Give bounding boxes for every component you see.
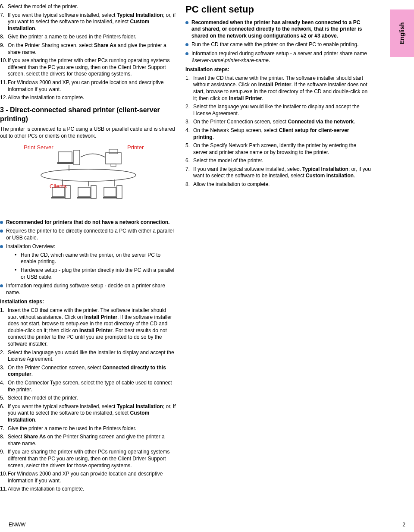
list-number: 4. (0, 380, 8, 393)
list-item: 8.Allow the installation to complete. (185, 181, 371, 188)
list-text: Select the model of the printer. (8, 3, 177, 10)
list-number: 7. (0, 425, 8, 432)
footer-left: ENWW (9, 522, 25, 529)
svg-rect-19 (117, 186, 122, 198)
list-number: 5. (185, 142, 193, 156)
list-item: 7.If you want the typical software insta… (185, 166, 371, 179)
list-text: Give the printer a name to be used in th… (8, 425, 177, 432)
section-3-bullets: Recommended for printers that do not hav… (0, 219, 177, 296)
bullet-item: Installation Overview:Run the CD, which … (0, 243, 177, 280)
list-number: 1. (0, 307, 8, 348)
bullet-text: Requires the printer to be directly conn… (6, 228, 174, 241)
bullet-item: Information required during software set… (185, 50, 371, 64)
left-column: 6.Select the model of the printer.7.If y… (0, 3, 185, 494)
svg-rect-14 (77, 197, 91, 198)
list-text: Select the model of the printer. (193, 157, 371, 164)
bullet-text: Recommended for printers that do not hav… (6, 219, 169, 225)
list-number: 2. (0, 349, 8, 363)
diagram-label-print-server: Print Server (24, 144, 53, 151)
list-item: 11.Allow the installation to complete. (0, 486, 177, 493)
list-item: 10.If you are sharing the printer with o… (0, 57, 177, 78)
list-text: For Windows 2000 and XP, you can provide… (8, 79, 177, 93)
list-text: For Windows 2000 and XP you can provide … (8, 471, 177, 484)
bullet-item: Requires the printer to be directly conn… (0, 228, 177, 241)
overview-sublist: Run the CD, which came with the printer,… (6, 252, 177, 280)
bullet-item: Information required during software set… (0, 283, 177, 296)
section-3-install-label: Installation steps: (0, 299, 177, 305)
list-number: 11. (0, 486, 8, 493)
svg-rect-15 (91, 186, 96, 198)
network-diagram: Print Server Printer Clients (15, 144, 162, 213)
bullet-text: Installation Overview: (6, 243, 55, 249)
list-item: 3.On the Printer Connection screen, sele… (185, 119, 371, 126)
list-item: 5.Select the model of the printer. (0, 395, 177, 402)
list-number: 9. (0, 449, 8, 469)
section-3-install-steps: 1.Insert the CD that came with the print… (0, 307, 177, 493)
list-item: 7.Give the printer a name to be used in … (0, 425, 177, 432)
list-text: If you want the typical software install… (193, 166, 371, 179)
diagram-label-printer: Printer (127, 144, 144, 151)
list-number: 3. (0, 365, 8, 378)
list-item: 9.On the Printer Sharing screen, select … (0, 42, 177, 56)
list-item: 1.Insert the CD that came with the print… (0, 307, 177, 348)
right-install-label: Installation steps: (185, 66, 371, 73)
svg-rect-18 (103, 197, 117, 198)
language-tab-label: English (398, 22, 406, 44)
list-text: Allow the installation to complete. (193, 181, 371, 188)
list-text: Allow the installation to complete. (8, 486, 177, 493)
list-number: 8. (185, 181, 193, 188)
sub-item: Hardware setup - plug the printer direct… (15, 267, 177, 280)
list-number: 10. (0, 57, 8, 78)
list-number: 3. (185, 119, 193, 126)
list-item: 6.Select the model of the printer. (0, 3, 177, 10)
list-item: 7.If you want the typical software insta… (0, 12, 177, 32)
diagram-svg (15, 144, 162, 213)
list-item: 1.Insert the CD that came with the print… (185, 75, 371, 102)
list-item: 10.For Windows 2000 and XP you can provi… (0, 471, 177, 484)
list-item: 4.On the Connector Type screen, select t… (0, 380, 177, 393)
svg-rect-3 (106, 153, 121, 164)
list-text: If you are sharing the printer with othe… (8, 449, 177, 469)
diagram-label-clients: Clients (50, 183, 67, 190)
bullet-item: Recommended for printers that do not hav… (0, 219, 177, 226)
list-item: 8.Give the printer a name to be used in … (0, 34, 177, 41)
list-text: If you want the typical software install… (8, 403, 177, 424)
list-text: On the Printer Connection screen, select… (193, 119, 371, 126)
list-text: On the Specify Network Path screen, iden… (193, 142, 371, 156)
list-number: 7. (0, 12, 8, 32)
list-number: 6. (0, 3, 8, 10)
list-text: If you want the typical software install… (8, 12, 177, 32)
bullet-item: Run the CD that came with the printer on… (185, 41, 371, 48)
list-text: Select the model of the printer. (8, 395, 177, 402)
section-3-intro: The printer is connected to a PC using a… (0, 126, 177, 139)
pc-client-bullets: Recommended when the printer has already… (185, 19, 371, 64)
section-3-heading: 3 - Direct-connected shared printer (cli… (0, 106, 177, 124)
list-item: 2.Select the language you would like the… (0, 349, 177, 363)
list-item: 6.Select the model of the printer. (185, 157, 371, 164)
continued-steps-list: 6.Select the model of the printer.7.If y… (0, 3, 177, 101)
page-body: 6.Select the model of the printer.7.If y… (0, 0, 414, 494)
list-number: 2. (185, 104, 193, 117)
list-number: 1. (185, 75, 193, 102)
svg-rect-5 (111, 164, 116, 167)
list-item: 6.If you want the typical software insta… (0, 403, 177, 424)
list-number: 4. (185, 127, 193, 141)
list-item: 5.On the Specify Network Path screen, id… (185, 142, 371, 156)
list-text: Insert the CD that came with the printer… (8, 307, 177, 348)
svg-rect-0 (58, 152, 72, 162)
list-item: 9.If you are sharing the printer with ot… (0, 449, 177, 469)
list-number: 7. (185, 166, 193, 179)
list-number: 6. (0, 403, 8, 424)
list-number: 6. (185, 157, 193, 164)
svg-rect-10 (51, 197, 65, 198)
right-column: PC client setup Recommended when the pri… (185, 3, 371, 494)
svg-rect-1 (57, 162, 73, 164)
list-number: 5. (0, 395, 8, 402)
right-install-steps: 1.Insert the CD that came with the print… (185, 75, 371, 188)
sub-item: Run the CD, which came with the printer,… (15, 252, 177, 265)
list-text: Select Share As on the Printer Sharing s… (8, 434, 177, 447)
list-item: 8.Select Share As on the Printer Sharing… (0, 434, 177, 447)
list-text: On the Printer Connection screen, select… (8, 365, 177, 378)
list-text: Select the language you would like the i… (8, 349, 177, 363)
svg-point-6 (41, 169, 136, 181)
